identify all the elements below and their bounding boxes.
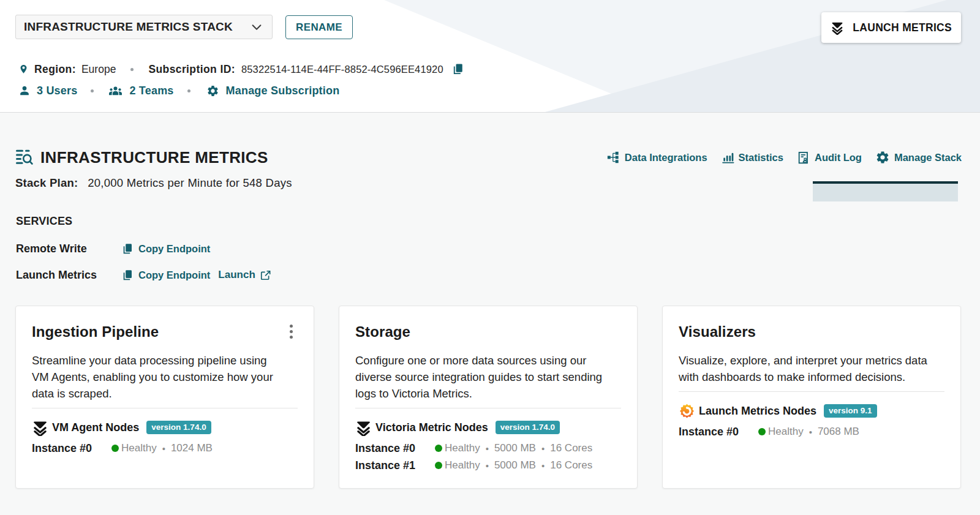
card-title: Visualizers: [679, 323, 944, 340]
copy-endpoint-label: Copy Endpoint: [138, 243, 210, 255]
users-link-label: 3 Users: [37, 85, 77, 97]
instance-memory: 1024 MB: [171, 442, 213, 454]
healthy-status-dot: [435, 462, 442, 469]
location-pin-icon: [18, 63, 29, 75]
teams-link-label: 2 Teams: [129, 85, 173, 97]
gear-icon: [875, 150, 890, 165]
instance-row: Instance #0 Healthy • 1024 MB: [32, 442, 298, 455]
copy-endpoint-link[interactable]: Copy Endpoint: [121, 242, 210, 255]
manage-subscription-label: Manage Subscription: [226, 85, 340, 97]
page-title-row: INFRASTRUCTURE METRICS Data Integrations: [15, 148, 962, 167]
instance-status-label: Healthy: [121, 442, 157, 454]
launch-metrics-button[interactable]: LAUNCH METRICS: [821, 12, 961, 43]
card-title: Storage: [355, 323, 621, 340]
version-badge: version 9.1: [824, 404, 877, 418]
healthy-status-dot: [435, 445, 442, 452]
node-row: Victoria Metric Nodes version 1.74.0: [355, 419, 621, 436]
service-name: Remote Write: [16, 242, 121, 255]
stack-selector-dropdown[interactable]: INFRASTRUCTURE METRICS STACK: [15, 15, 273, 39]
instance-row: Instance #0 Healthy • 7068 MB: [679, 425, 944, 438]
stack-selector-value: INFRASTRUCTURE METRICS STACK: [24, 20, 233, 34]
copy-endpoint-label: Copy Endpoint: [138, 269, 210, 281]
data-integrations-link[interactable]: Data Integrations: [606, 151, 707, 164]
card-divider: [32, 408, 298, 408]
instance-cores: 16 Cores: [550, 442, 592, 454]
node-name: Launch Metrics Nodes: [699, 405, 816, 418]
card-divider: [679, 391, 944, 392]
healthy-status-dot: [758, 428, 766, 435]
version-badge: version 1.74.0: [146, 421, 211, 434]
version-badge: version 1.74.0: [496, 421, 560, 434]
detail-separator: •: [809, 427, 812, 437]
separator-dot: [91, 89, 94, 92]
kebab-menu-icon[interactable]: [283, 322, 299, 340]
launch-link[interactable]: Launch: [218, 269, 271, 281]
launch-link-label: Launch: [218, 269, 255, 281]
stack-plan-label: Stack Plan:: [15, 176, 78, 189]
instance-label: Instance #0: [355, 442, 435, 455]
data-integrations-label: Data Integrations: [625, 152, 707, 164]
stack-plan-value: 20,000 Metrics per Minute for 548 Days: [88, 176, 292, 189]
visualizers-card: Visualizers Visualize, explore, and inte…: [662, 306, 961, 489]
copy-subscription-id-icon[interactable]: [451, 62, 465, 76]
instance-memory: 5000 MB: [494, 459, 536, 472]
manage-stack-link[interactable]: Manage Stack: [875, 150, 962, 165]
services-heading: SERVICES: [16, 215, 72, 228]
integrations-icon: [606, 151, 620, 164]
remote-write-row: Remote Write Copy Endpoint: [16, 241, 210, 257]
manage-stack-tab-indicator: [813, 181, 958, 201]
region-value: Europe: [81, 63, 116, 76]
card-description: Configure one or more data sources using…: [355, 352, 608, 402]
page-header: INFRASTRUCTURE METRICS STACK RENAME LAUN…: [0, 0, 980, 113]
detail-separator: •: [486, 443, 489, 454]
copy-icon: [121, 242, 134, 255]
detail-separator: •: [541, 443, 545, 454]
stack-plan: Stack Plan: 20,000 Metrics per Minute fo…: [15, 176, 292, 190]
tab-indicator-box: [813, 184, 958, 201]
copy-endpoint-link[interactable]: Copy Endpoint: [121, 269, 210, 282]
ingestion-pipeline-card: Ingestion Pipeline Streamline your data …: [15, 306, 314, 489]
instance-status-label: Healthy: [445, 459, 480, 472]
manage-subscription-link[interactable]: Manage Subscription: [206, 85, 340, 97]
audit-log-link[interactable]: Audit Log: [797, 151, 862, 165]
grafana-logo-icon: [679, 403, 695, 419]
detail-separator: •: [486, 460, 489, 471]
subscription-id-label: Subscription ID:: [148, 63, 235, 76]
region-label: Region:: [34, 63, 76, 76]
service-cards: Ingestion Pipeline Streamline your data …: [15, 306, 961, 489]
instance-memory: 5000 MB: [494, 442, 536, 454]
kebab-dot: [290, 325, 293, 328]
statistics-label: Statistics: [739, 152, 783, 164]
card-description: Visualize, explore, and interpret your m…: [679, 352, 931, 385]
card-divider: [355, 408, 621, 408]
app: INFRASTRUCTURE METRICS STACK RENAME LAUN…: [0, 0, 980, 515]
service-name: Launch Metrics: [16, 269, 121, 282]
instance-status-label: Healthy: [445, 442, 480, 454]
search-list-icon: [15, 149, 34, 167]
teams-link[interactable]: 2 Teams: [108, 85, 173, 97]
kebab-dot: [290, 330, 293, 333]
statistics-link[interactable]: Statistics: [721, 151, 783, 164]
instance-status: Healthy: [435, 442, 480, 454]
card-description: Streamline your data processing pipeline…: [32, 352, 284, 402]
victoria-metrics-logo-icon: [831, 20, 844, 35]
subscription-meta-row: Region: Europe Subscription ID: 85322514…: [18, 62, 465, 77]
users-group-icon: [108, 85, 123, 97]
victoria-metrics-logo-icon: [32, 419, 48, 436]
users-meta-row: 3 Users 2 Teams Manage Subscriptio: [18, 83, 339, 98]
launch-metrics-row: Launch Metrics Copy Endpoint Launch: [16, 267, 271, 283]
users-link[interactable]: 3 Users: [18, 85, 77, 97]
subscription-id-value: 85322514-114E-44FF-8852-4C596EE41920: [241, 64, 443, 75]
rename-button[interactable]: RENAME: [285, 15, 353, 39]
audit-log-icon: [797, 151, 810, 165]
instance-label: Instance #1: [355, 459, 435, 472]
card-title: Ingestion Pipeline: [32, 323, 298, 340]
instance-cores: 16 Cores: [550, 459, 592, 472]
gear-icon: [206, 85, 219, 97]
node-row: VM Agent Nodes version 1.74.0: [32, 419, 298, 436]
page-title: INFRASTRUCTURE METRICS: [40, 148, 268, 167]
healthy-status-dot: [111, 445, 119, 452]
node-row: Launch Metrics Nodes version 9.1: [679, 402, 944, 419]
audit-log-label: Audit Log: [815, 152, 862, 164]
separator-dot: [187, 89, 190, 92]
